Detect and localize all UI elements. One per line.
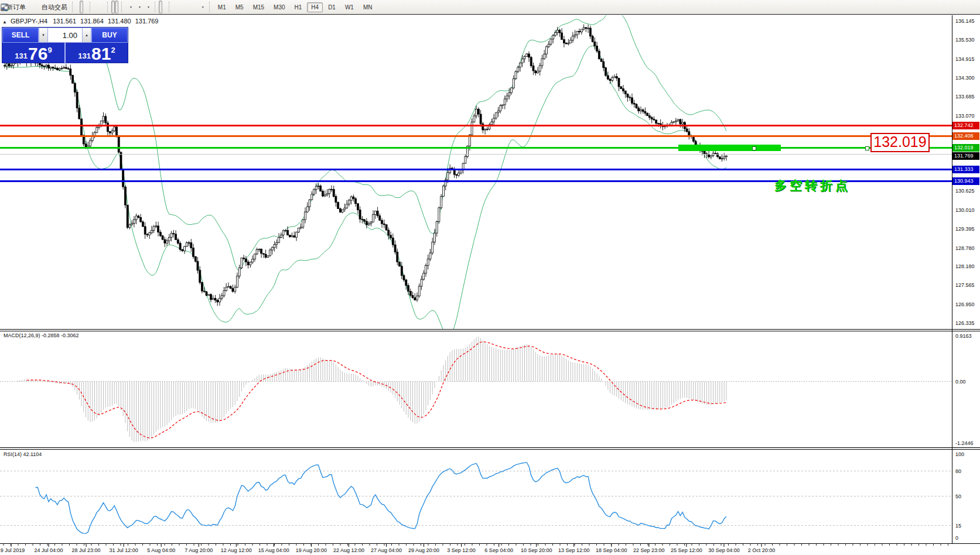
time-label: 12 Aug 12:00 xyxy=(221,547,252,553)
periods-button[interactable]: ▼ xyxy=(134,1,143,13)
turning-point-annotation[interactable]: 多空转折点 xyxy=(774,177,851,194)
chart-header: ▲ GBPJPY-,H4 131.561 131.864 131.480 131… xyxy=(2,18,158,25)
toolbar-separator xyxy=(121,2,122,12)
time-label: 19 Jul 2019 xyxy=(0,547,25,553)
toolbar-button-label: 自动交易 xyxy=(42,3,67,12)
rsi-tick-label: 0 xyxy=(955,535,958,541)
timeframe-m1[interactable]: M1 xyxy=(214,2,230,12)
timeframe-w1[interactable]: W1 xyxy=(341,2,358,12)
vertical-line-button[interactable] xyxy=(173,1,176,13)
ask-price-line[interactable] xyxy=(0,154,952,155)
volume-increase-button[interactable]: ▲ xyxy=(82,28,91,43)
time-axis[interactable]: 19 Jul 201924 Jul 04:0028 Jul 23:0031 Ju… xyxy=(0,543,980,555)
horizontal-level-line[interactable] xyxy=(0,169,952,170)
time-label: 18 Sep 04:00 xyxy=(596,547,627,553)
price-tick-label: 128.180 xyxy=(955,263,975,269)
line-chart-button[interactable] xyxy=(83,1,87,13)
macd-canvas[interactable] xyxy=(0,331,952,447)
indicators-button[interactable]: ▼ xyxy=(125,1,134,13)
horizontal-line-button[interactable] xyxy=(176,1,180,13)
time-label: 7 Aug 20:00 xyxy=(185,547,213,553)
horizontal-level-line[interactable] xyxy=(0,125,952,126)
horizontal-level-line[interactable] xyxy=(0,147,952,149)
volume-stepper: ▼ 1.00 ▲ xyxy=(39,28,91,43)
main-chart-canvas[interactable] xyxy=(0,15,952,329)
rsi-label: RSI(14) 42.1104 xyxy=(4,451,42,457)
toolbar-button-label: 新订单 xyxy=(6,3,26,12)
macd-tick-label: 0.00 xyxy=(955,379,966,385)
toolbar-groups: 新订单自动交易▼▼▼EFAT▼M1M5M15M30H1H4D1W1MN xyxy=(3,1,964,13)
selection-handle[interactable] xyxy=(752,146,756,150)
price-tick-label: 134.915 xyxy=(955,56,975,62)
level-price-label: 132.742 xyxy=(952,122,979,129)
selection-handle[interactable] xyxy=(865,146,869,150)
one-click-trading-panel: SELL ▼ 1.00 ▲ BUY 131769 131812 xyxy=(2,27,128,63)
search-icon[interactable] xyxy=(964,1,968,13)
macd-tick-label: 0.9163 xyxy=(955,333,972,339)
time-label: 31 Jul 12:00 xyxy=(110,547,138,553)
templates-button[interactable]: ▼ xyxy=(143,1,152,13)
buy-price[interactable]: 131812 xyxy=(64,43,128,64)
equidistant-channel-button[interactable]: E xyxy=(183,1,187,13)
macd-label: MACD(12,26,9) -0.2858 -0.3062 xyxy=(4,333,79,338)
price-tick-label: 135.530 xyxy=(955,37,975,43)
crosshair-button[interactable] xyxy=(162,1,166,13)
timeframe-h1[interactable]: H1 xyxy=(291,2,306,12)
timeframe-m5[interactable]: M5 xyxy=(231,2,248,12)
price-callout[interactable]: 132.019 xyxy=(870,133,930,152)
toolbar-separator xyxy=(107,2,108,12)
trendline-button[interactable] xyxy=(180,1,183,13)
price-tick-label: 133.685 xyxy=(955,94,975,100)
toolbar-separator xyxy=(209,2,210,12)
buy-button[interactable]: BUY xyxy=(91,28,128,43)
chevron-down-icon[interactable]: ▼ xyxy=(129,5,132,9)
macd-tick-label: -1.2446 xyxy=(955,440,974,446)
level-price-label: 132.019 xyxy=(952,144,979,152)
time-label: 2 Oct 20:00 xyxy=(748,547,776,553)
time-label: 5 Aug 04:00 xyxy=(147,547,175,553)
timeframe-mn[interactable]: MN xyxy=(359,2,377,12)
chat-icon[interactable] xyxy=(971,1,975,13)
timeframe-h4[interactable]: H4 xyxy=(307,2,323,12)
price-axis[interactable]: 136.145135.530134.915134.300133.685133.0… xyxy=(952,15,980,543)
chevron-down-icon[interactable]: ▼ xyxy=(202,5,204,9)
horizontal-level-line[interactable] xyxy=(0,135,952,137)
cursor-button[interactable] xyxy=(159,1,162,13)
text-button[interactable]: A xyxy=(190,1,194,13)
price-tick-label: 126.335 xyxy=(955,320,975,326)
timeframe-m30[interactable]: M30 xyxy=(269,2,289,12)
tile-windows-button[interactable] xyxy=(101,1,104,13)
chevron-down-icon[interactable]: ▼ xyxy=(147,5,150,9)
fibonacci-button[interactable]: F xyxy=(187,1,190,13)
volume-input[interactable]: 1.00 xyxy=(48,28,82,43)
text-label-button[interactable]: T xyxy=(194,1,197,13)
time-label: 10 Sep 20:00 xyxy=(521,547,552,553)
time-label: 3 Sep 12:00 xyxy=(447,547,476,553)
time-label: 25 Sep 12:00 xyxy=(671,547,702,553)
sell-price[interactable]: 131769 xyxy=(2,43,64,64)
chevron-down-icon[interactable]: ▼ xyxy=(138,5,141,9)
trend-highlight-bar[interactable] xyxy=(678,145,781,151)
price-tick-label: 127.565 xyxy=(955,282,975,288)
time-label: 15 Aug 04:00 xyxy=(258,547,289,553)
price-tick-label: 134.300 xyxy=(955,75,975,81)
time-label: 22 Aug 12:00 xyxy=(333,547,364,553)
arrows-button[interactable]: ▼ xyxy=(197,1,206,13)
toolbar-separator xyxy=(90,2,91,12)
chart-shift-button[interactable] xyxy=(115,1,118,13)
toolbar-separator xyxy=(169,2,170,12)
time-label: 24 Jul 04:00 xyxy=(35,547,63,553)
rsi-canvas[interactable] xyxy=(0,450,952,543)
level-price-label: 130.943 xyxy=(952,177,979,185)
ohlc-close: 131.769 xyxy=(135,18,159,25)
rsi-tick-label: 15 xyxy=(955,523,961,529)
timeframe-d1[interactable]: D1 xyxy=(324,2,340,12)
ohlc-open: 131.561 xyxy=(53,18,76,25)
auto-trading-button[interactable]: 自动交易 xyxy=(38,1,69,13)
price-tick-label: 128.780 xyxy=(955,245,975,251)
rsi-tick-label: 80 xyxy=(955,468,961,474)
sell-button[interactable]: SELL xyxy=(2,28,39,43)
collapse-icon[interactable]: ▲ xyxy=(2,19,7,25)
volume-decrease-button[interactable]: ▼ xyxy=(39,28,48,43)
timeframe-m15[interactable]: M15 xyxy=(249,2,268,12)
